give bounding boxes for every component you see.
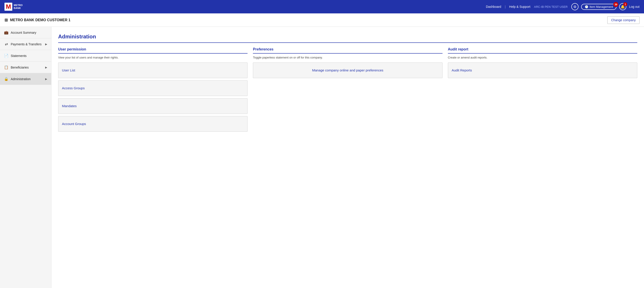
- page-title: Administration: [58, 33, 637, 43]
- sidebar-item-beneficiaries[interactable]: 📋 Beneficiaries ▶: [0, 62, 51, 73]
- sidebar-item-account-summary-label: Account Summary: [11, 31, 36, 34]
- account-summary-icon: 💼: [4, 30, 8, 35]
- sidebar-item-payments-label: Payments & Transfers: [11, 42, 42, 46]
- manage-company-preferences-card[interactable]: Manage company online and paper preferen…: [253, 62, 442, 78]
- access-groups-card[interactable]: Access Groups: [58, 80, 248, 96]
- item-management-label: Item Management: [590, 5, 613, 8]
- statements-icon: 📄: [4, 54, 8, 58]
- preferences-desc: Toggle paperless statement on or off for…: [253, 55, 442, 60]
- sidebar-item-administration[interactable]: 🔒 Administration ▶: [0, 73, 51, 85]
- user-name: ARC-IB PEN TEST USER: [534, 5, 568, 8]
- sidebar-item-account-summary[interactable]: 💼 Account Summary: [0, 27, 51, 38]
- change-company-button[interactable]: Change company: [607, 16, 640, 24]
- notifications-button[interactable]: 🔔 1: [619, 3, 626, 10]
- logout-button[interactable]: Log out: [629, 5, 640, 8]
- item-management-button[interactable]: 🕐 Item Management 39: [581, 4, 617, 10]
- audit-report-desc: Create or amend audit reports.: [448, 55, 637, 60]
- mandates-card[interactable]: Mandates: [58, 98, 248, 114]
- user-permission-title: User permission: [58, 47, 248, 54]
- item-management-badge: 39: [613, 2, 618, 7]
- cards-grid: User permission View your list of users …: [58, 47, 637, 134]
- audit-report-section: Audit report Create or amend audit repor…: [448, 47, 637, 134]
- clock-icon: 🕐: [585, 5, 588, 8]
- logo: M METRO BANK: [4, 3, 22, 11]
- beneficiaries-icon: 📋: [4, 65, 8, 69]
- chevron-right-icon: ▶: [45, 43, 47, 46]
- company-name-area: ⊞ METRO BANK DEMO CUSTOMER 1: [4, 18, 70, 22]
- logo-m-letter: M: [4, 3, 12, 11]
- help-support-link[interactable]: Help & Support: [509, 5, 530, 8]
- nav-divider: |: [505, 5, 506, 8]
- logo-text: METRO BANK: [14, 4, 22, 9]
- chevron-right-icon-2: ▶: [45, 66, 47, 69]
- sidebar-item-statements[interactable]: 📄 Statements: [0, 50, 51, 62]
- account-groups-card[interactable]: Account Groups: [58, 116, 248, 132]
- main-content: Administration User permission View your…: [52, 27, 644, 288]
- preferences-section: Preferences Toggle paperless statement o…: [253, 47, 442, 134]
- settings-button[interactable]: ⚙: [571, 3, 578, 10]
- sidebar-item-beneficiaries-label: Beneficiaries: [11, 66, 28, 69]
- preferences-title: Preferences: [253, 47, 442, 54]
- sidebar-item-administration-label: Administration: [11, 77, 31, 81]
- sidebar: 💼 Account Summary ⇄ Payments & Transfers…: [0, 27, 52, 288]
- company-icon: ⊞: [4, 18, 8, 22]
- notifications-badge: 1: [623, 2, 627, 6]
- sub-header: ⊞ METRO BANK DEMO CUSTOMER 1 Change comp…: [0, 13, 644, 27]
- header-right-actions: ⚙ 🕐 Item Management 39 🔔 1 Log out: [571, 3, 640, 10]
- payments-transfers-icon: ⇄: [4, 42, 8, 46]
- chevron-right-icon-3: ▶: [45, 77, 47, 81]
- company-name-text: METRO BANK DEMO CUSTOMER 1: [10, 18, 70, 22]
- audit-reports-card[interactable]: Audit Reports: [448, 62, 637, 78]
- user-permission-section: User permission View your list of users …: [58, 47, 248, 134]
- administration-icon: 🔒: [4, 77, 8, 81]
- user-list-card[interactable]: User List: [58, 62, 248, 78]
- header: M METRO BANK Dashboard | Help & Support …: [0, 0, 644, 13]
- sidebar-item-payments-transfers[interactable]: ⇄ Payments & Transfers ▶: [0, 38, 51, 50]
- dashboard-link[interactable]: Dashboard: [486, 5, 501, 8]
- main-layout: 💼 Account Summary ⇄ Payments & Transfers…: [0, 27, 644, 288]
- user-permission-desc: View your list of users and manage their…: [58, 55, 248, 60]
- sidebar-item-statements-label: Statements: [11, 54, 26, 58]
- header-nav: Dashboard | Help & Support ARC-IB PEN TE…: [486, 3, 640, 10]
- audit-report-title: Audit report: [448, 47, 637, 54]
